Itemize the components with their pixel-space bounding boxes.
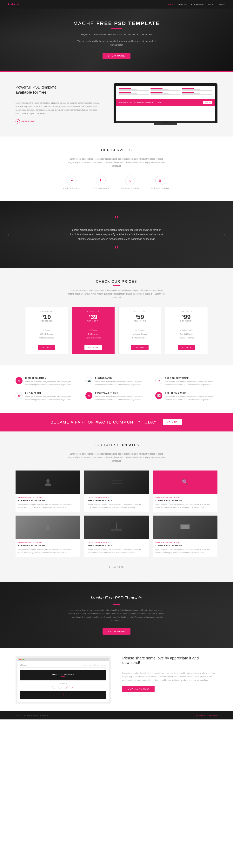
nav-item-home[interactable]: Home [168, 2, 173, 6]
preview-logo-mini: AlMache [20, 664, 27, 666]
pricing-price-premium: $59 [122, 314, 158, 320]
nav-link-contact[interactable]: Contact [218, 3, 225, 6]
preview-mini-icon: ◇ [65, 686, 68, 689]
pricing-feature: Notification settings [168, 336, 204, 340]
preview-link: Contact [101, 664, 106, 666]
testimonial-text: Lorem ipsum dolor sit amet, consectetur … [68, 227, 165, 241]
logo-prefix: Al [8, 3, 10, 6]
hero-cta-button[interactable]: SHOW MORE [102, 53, 131, 59]
nav-link-price[interactable]: Price [208, 3, 213, 6]
feature-text-4: POWERWALL THEME Lorem ipsum dolor sit am… [95, 392, 147, 401]
blog-content-5: LOREM IPSUM DOLOR SIT LOREM IPSUM DOLOR … [153, 539, 218, 557]
quote-mark-bottom: " [23, 245, 210, 254]
blog-card-0: LOREM IPSUM DOLOR SIT LOREM IPSUM DOLOR … [15, 470, 80, 512]
screen-mockup-icon [179, 523, 191, 531]
blog-card-4: LOREM IPSUM DOLOR SIT LOREM IPSUM DOLOR … [84, 516, 149, 557]
laptop-screen: BECAME A PART OF MACHE COMMUNITY TODAY J… [116, 86, 215, 121]
blog-category-3: LOREM IPSUM DOLOR SIT [18, 541, 77, 543]
service-item-1: ⬇ FREE DOWNLOAD [92, 176, 110, 189]
nav-links: Home About Us Our Services Price Contact [168, 2, 225, 6]
svg-rect-6 [111, 529, 122, 531]
nav-link-services[interactable]: Our Services [191, 3, 204, 6]
blog-card-1: LOREM IPSUM DOLOR SIT LOREM IPSUM DOLOR … [84, 470, 149, 512]
blog-grid: LOREM IPSUM DOLOR SIT LOREM IPSUM DOLOR … [15, 470, 218, 557]
testimonial-next-button[interactable]: › [224, 232, 225, 237]
feature-text-1: PHOTOGRAPHY Lorem ipsum dolor sit amet, … [95, 377, 147, 386]
pricing-buy-unlimited[interactable]: BUY NOW [178, 345, 195, 350]
laptop-grid-item-6 [182, 92, 212, 95]
watch-video-link[interactable]: ▶ WE THE VIDEO [15, 119, 102, 124]
services-title: Our Services [15, 148, 218, 152]
feature-title-3: 24/7 SUPPORT [25, 392, 78, 394]
cta-join-button[interactable]: JOIN US [163, 419, 182, 425]
services-subtitle: Lorem ipsum dolor sit amet, consectetur … [68, 157, 165, 168]
nav-item-contact[interactable]: Contact [218, 2, 225, 6]
blog-image-3 [15, 516, 80, 539]
service-label-3: GRID RESPONSIVE [151, 187, 170, 189]
laptop-notch [162, 122, 169, 123]
features-title-line2: available for free! [15, 90, 48, 94]
nav-link-home[interactable]: Home [168, 3, 173, 6]
feature-icon-high-resolution: ◈ [15, 377, 23, 384]
features-divider [55, 98, 63, 98]
laptop-grid-item-4 [119, 92, 149, 95]
preview-hero-mini: MACHE FREE PSD TEMPLATE [20, 670, 106, 680]
service-item-2: ◇ MODERN DESIGN [121, 176, 139, 189]
preview-link: About [89, 664, 92, 666]
play-button-icon[interactable]: ▶ [15, 119, 20, 124]
nav-link-about[interactable]: About Us [178, 3, 187, 6]
pricing-card-standard: STANDARD $19 per month 5 Pages 100 MB St… [25, 307, 68, 353]
feature-desc-5: Lorem ipsum dolor sit amet, consectetur … [165, 395, 218, 401]
feature-title-2: EASY TO CUSTOMIZE [165, 377, 218, 379]
feature-title-5: SEO OPTIMIZATION [165, 392, 218, 394]
pricing-features-unlimited: Unlimited Project Unlimited Storage Noti… [165, 325, 207, 343]
download-button[interactable]: DOWNLOAD NOW [122, 686, 155, 692]
nav-item-services[interactable]: Our Services [191, 2, 204, 6]
feature-text-0: HIGH RESOLUTION Lorem ipsum dolor sit am… [25, 377, 78, 386]
pricing-buy-standard[interactable]: BUY NOW [38, 345, 55, 350]
svg-point-2 [46, 525, 49, 528]
feature-icon-seo: 📈 [155, 392, 162, 399]
dark-cta-button[interactable]: SHOW MORE [102, 628, 131, 634]
nav-item-price[interactable]: Price [208, 2, 213, 6]
blog-image-bg-3 [15, 516, 80, 539]
preview-links-mini: Home About Services Contact [83, 664, 106, 666]
pricing-header-business: BUSINESS $39 per month [72, 307, 114, 325]
pricing-buy-premium[interactable]: BUY NOW [131, 345, 148, 350]
feature-icon-photography: 📷 [86, 377, 92, 384]
feature-item-5: 📈 SEO OPTIMIZATION Lorem ipsum dolor sit… [155, 392, 218, 401]
laptop-bar [119, 93, 137, 94]
blog-image-bg-0 [15, 470, 80, 494]
pricing-features-premium: 30 Projects Unlimited Storage Notificati… [119, 325, 161, 343]
blog-title-1: LOREM IPSUM DOLOR SIT [87, 499, 146, 502]
testimonial-prev-button[interactable]: ‹ [8, 232, 9, 237]
laptop-bar [119, 94, 149, 95]
blog-image-1 [84, 470, 149, 494]
laptop-bar [119, 92, 131, 93]
pricing-features-business: 15 Pages 5 GB Storage Notification setti… [72, 325, 114, 343]
pricing-feature: 5 Pages [29, 329, 65, 332]
blog-image-bg-2: 🔍 [153, 470, 218, 494]
footer-copyright: © 2013 COPYRIGHT MACHE TEMPLATE [15, 714, 48, 716]
laptop-cta-button[interactable]: JOIN US [203, 101, 212, 104]
browser-dot-green [23, 659, 25, 660]
pricing-price-standard: $19 [29, 314, 65, 320]
camera-person-icon [44, 523, 52, 531]
feature-title-0: HIGH RESOLUTION [25, 377, 78, 379]
show-more-button[interactable]: SHOW MORE [103, 564, 130, 570]
pricing-buy-business[interactable]: BUY NOW [85, 345, 102, 350]
preview-content: AlMache Home About Services Contact MACH… [18, 661, 109, 702]
laptop-bar [151, 93, 169, 94]
pricing-feature: 30 Projects [122, 329, 158, 332]
laptop-bar [182, 94, 212, 95]
hero-title-prefix: MACHE [73, 21, 96, 26]
laptop-grid-item-2 [151, 88, 181, 91]
nav-item-about[interactable]: About Us [178, 2, 187, 6]
blog-image-5 [153, 516, 218, 539]
laptop-cta-text: BECAME A PART OF MACHE COMMUNITY TODAY [119, 101, 163, 103]
blog-title-3: LOREM IPSUM DOLOR SIT [18, 545, 77, 547]
feature-item-0: ◈ HIGH RESOLUTION Lorem ipsum dolor sit … [15, 377, 78, 386]
pricing-price-business: $39 [75, 314, 111, 320]
pricing-feature: Notification settings [122, 336, 158, 340]
blog-title-0: LOREM IPSUM DOLOR SIT [18, 499, 77, 502]
